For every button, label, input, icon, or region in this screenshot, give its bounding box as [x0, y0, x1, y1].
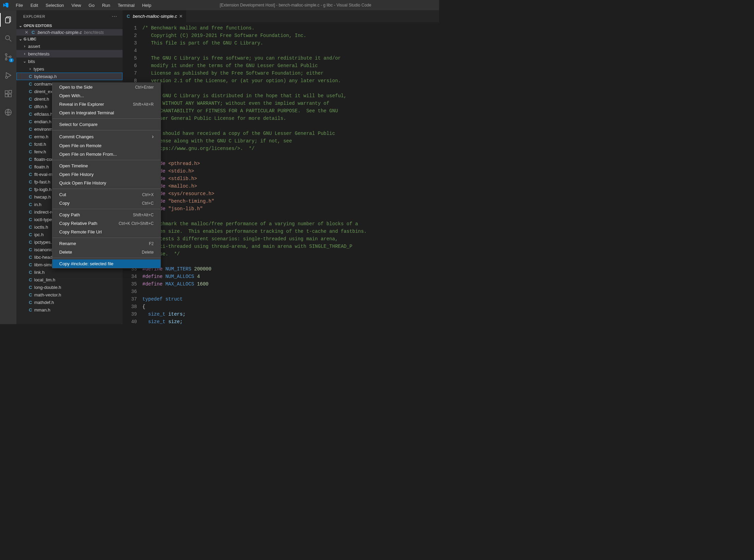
menu-terminal[interactable]: Terminal — [114, 1, 138, 9]
c-file-icon: C — [31, 30, 36, 35]
c-file-icon: C — [28, 247, 33, 252]
file-item[interactable]: Cmath-vector.h — [16, 291, 123, 298]
svg-rect-11 — [9, 94, 11, 97]
svg-line-3 — [9, 39, 11, 41]
tree-item-label: link.h — [34, 270, 44, 275]
c-file-icon: C — [28, 127, 33, 132]
context-menu-separator — [52, 258, 161, 258]
c-file-icon: C — [28, 240, 33, 245]
tab-label: bench-malloc-simple.c — [133, 14, 177, 19]
open-editor-path: benchtests — [84, 30, 104, 35]
activity-extensions[interactable] — [0, 87, 16, 101]
context-menu-item[interactable]: Copy #include: selected file — [52, 259, 161, 268]
tree-item-label: types — [34, 66, 44, 72]
context-menu-item[interactable]: Open in Integrated Terminal — [52, 109, 161, 117]
menu-edit[interactable]: Edit — [27, 1, 41, 9]
tree-item-label: fenv.h — [34, 149, 46, 154]
activitybar: 2 — [0, 10, 16, 324]
chevron-down-icon: ⌄ — [18, 37, 23, 41]
open-editors-header[interactable]: ⌄ OPEN EDITORS — [16, 22, 123, 29]
context-menu-separator — [52, 238, 161, 238]
file-item[interactable]: Cbyteswap.h — [16, 73, 123, 80]
close-icon[interactable]: ✕ — [179, 14, 183, 19]
menu-help[interactable]: Help — [139, 1, 155, 9]
context-menu-item[interactable]: CutCtrl+X — [52, 190, 161, 199]
c-file-icon: C — [28, 217, 33, 222]
tree-item-label: hwcap.h — [34, 194, 51, 200]
menu-go[interactable]: Go — [85, 1, 98, 9]
context-menu-separator — [52, 209, 161, 209]
context-menu-item[interactable]: Copy Relative PathCtrl+K Ctrl+Shift+C — [52, 219, 161, 228]
c-file-icon: C — [28, 262, 33, 267]
context-menu-item[interactable]: Open File on Remote From... — [52, 150, 161, 158]
file-item[interactable]: Clocal_lim.h — [16, 276, 123, 283]
svg-rect-1 — [5, 18, 10, 23]
svg-point-5 — [5, 59, 7, 60]
context-menu-item[interactable]: Open File on Remote — [52, 141, 161, 150]
c-file-icon: C — [28, 225, 33, 230]
c-file-icon: C — [28, 194, 33, 200]
folder-item[interactable]: ›assert — [16, 42, 123, 50]
tab-item[interactable]: C bench-malloc-simple.c ✕ — [123, 10, 187, 22]
activity-remote[interactable] — [0, 105, 16, 119]
context-menu-separator — [52, 130, 161, 130]
context-menu-item[interactable]: RenameF2 — [52, 239, 161, 248]
menu-run[interactable]: Run — [99, 1, 114, 9]
open-editor-name: bench-malloc-simple.c — [38, 30, 82, 35]
c-file-icon: C — [28, 285, 33, 290]
sidebar-more-icon[interactable]: ⋯ — [112, 13, 117, 20]
c-file-icon: C — [28, 157, 33, 162]
context-menu-item[interactable]: Open to the SideCtrl+Enter — [52, 83, 161, 91]
tree-item-label: math-vector.h — [34, 292, 61, 297]
activity-explorer[interactable] — [0, 13, 16, 27]
file-item[interactable]: Cmathdef.h — [16, 298, 123, 306]
context-menu-item[interactable]: Select for Compare — [52, 120, 161, 129]
c-file-icon: C — [28, 164, 33, 169]
c-file-icon: C — [28, 134, 33, 139]
context-menu-item[interactable]: Reveal in File ExplorerShift+Alt+R — [52, 100, 161, 109]
menu-file[interactable]: File — [12, 1, 26, 9]
folder-item[interactable]: ›types — [16, 65, 123, 73]
tree-item-label: local_lim.h — [34, 277, 55, 282]
c-file-icon: C — [28, 277, 33, 282]
context-menu-item[interactable]: Open With... — [52, 91, 161, 100]
tree-item-label: assert — [28, 44, 40, 49]
context-menu-item[interactable]: DeleteDelete — [52, 248, 161, 256]
c-file-icon: C — [28, 104, 33, 109]
tree-item-label: bits — [28, 59, 35, 64]
activity-debug[interactable] — [0, 68, 16, 82]
c-file-icon: C — [28, 179, 33, 184]
tree-item-label: fp-fast.h — [34, 179, 50, 184]
menubar: FileEditSelectionViewGoRunTerminalHelp — [12, 1, 155, 9]
activity-scm[interactable]: 2 — [0, 50, 16, 64]
c-file-icon: C — [28, 292, 33, 297]
tree-item-label: floatn.h — [34, 164, 49, 169]
folder-item[interactable]: ›benchtests — [16, 50, 123, 58]
folder-item[interactable]: ⌄bits — [16, 58, 123, 65]
chevron-right-icon: › — [28, 66, 32, 71]
code-content[interactable]: /* Benchmark malloc and free functions. … — [142, 22, 439, 324]
file-item[interactable]: Clink.h — [16, 268, 123, 276]
context-menu-item[interactable]: Copy Remote File Url — [52, 228, 161, 236]
tree-item-label: endian.h — [34, 119, 51, 124]
context-menu-item[interactable]: Quick Open File History — [52, 179, 161, 187]
svg-point-8 — [5, 76, 8, 78]
tab-bar: C bench-malloc-simple.c ✕ — [123, 10, 439, 22]
file-item[interactable]: Clong-double.h — [16, 283, 123, 291]
context-menu-item[interactable]: CopyCtrl+C — [52, 199, 161, 207]
menu-view[interactable]: View — [68, 1, 85, 9]
context-menu-item[interactable]: Commit Changes — [52, 132, 161, 141]
activity-search[interactable] — [0, 31, 16, 45]
context-menu-item[interactable]: Open Timeline — [52, 162, 161, 170]
c-file-icon: C — [28, 255, 33, 260]
c-file-icon: C — [28, 307, 33, 313]
workspace-header[interactable]: ⌄ G LIBC — [16, 36, 123, 42]
close-icon[interactable]: ✕ — [24, 30, 29, 35]
open-editor-item[interactable]: ✕ C bench-malloc-simple.c benchtests — [16, 29, 123, 36]
context-menu-separator — [52, 118, 161, 119]
file-item[interactable]: Cmman.h — [16, 306, 123, 314]
tree-item-label: dlfcn.h — [34, 104, 47, 109]
menu-selection[interactable]: Selection — [42, 1, 67, 9]
context-menu-item[interactable]: Copy PathShift+Alt+C — [52, 211, 161, 219]
context-menu-item[interactable]: Open File History — [52, 170, 161, 179]
